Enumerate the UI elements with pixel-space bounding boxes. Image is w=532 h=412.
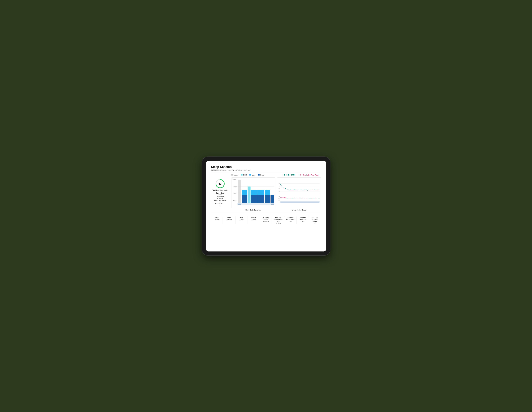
- stats-table: Deep 3h9min Light 3h10min REM 12min Awak…: [211, 214, 321, 226]
- pulse-legend-icon: [283, 174, 286, 176]
- legend-awake: Awake: [231, 174, 238, 176]
- legend-pulse-label: Pulse (BPM): [286, 174, 295, 176]
- svg-rect-17: [257, 195, 264, 204]
- sleep-legend: Awake REM Light Deep: [231, 174, 264, 176]
- vitals-legend: Pulse (BPM) Respiration Rate (Resp): [283, 174, 319, 176]
- svg-text:10: 10: [278, 199, 280, 200]
- stat-awake: Awake 32min: [248, 216, 260, 225]
- svg-text:30: 30: [278, 196, 280, 197]
- svg-rect-11: [242, 195, 247, 204]
- stat-snoring-count-value: 0: [310, 223, 320, 225]
- svg-rect-13: [247, 187, 250, 204]
- stat-snoring-count-label: Soringn EpisodeCount: [310, 216, 320, 222]
- out-of-bed-label: Out of Bed Count: [214, 199, 226, 201]
- svg-rect-14: [251, 195, 257, 204]
- charts-area: Awake- REM- Light- Deep-: [231, 178, 321, 211]
- legend-deep-label: Deep: [260, 174, 264, 176]
- rem-dot: [241, 174, 243, 176]
- stat-breathing: BreathingDisturbances Low: [285, 216, 297, 225]
- out-of-bed: Out of Bed Count 0: [214, 199, 226, 203]
- legend-pulse: Pulse (BPM): [283, 174, 295, 176]
- sleep-chart-box: Awake- REM- Light- Deep-: [231, 178, 276, 208]
- time-in-bed-label: Time in Bed: [216, 192, 224, 194]
- vitals-chart-container: 78 70 60 50 40 30 20 10: [277, 178, 321, 211]
- wake-up: Wake Up Count 0: [215, 203, 225, 206]
- sleep-yaxis: Awake- REM- Light- Deep-: [231, 178, 237, 208]
- yaxis-rem: REM-: [232, 186, 237, 187]
- svg-text:50: 50: [278, 191, 280, 192]
- svg-rect-22: [238, 203, 241, 205]
- stat-snoring-count: Soringn EpisodeCount 0: [309, 216, 321, 225]
- main-content: 83 Whithings Sleep Score Time in Bed 7h3…: [211, 178, 321, 211]
- stats-panel: 83 Whithings Sleep Score Time in Bed 7h3…: [211, 178, 229, 211]
- svg-text:78: 78: [278, 183, 280, 184]
- stat-resp-value: 20 Resp: [273, 223, 283, 225]
- svg-rect-19: [265, 190, 270, 195]
- stat-light-value: 3h10min: [224, 219, 234, 221]
- stat-rem: REM 12min: [236, 216, 248, 225]
- stat-rem-value: 12min: [237, 219, 247, 221]
- awake-dot: [231, 174, 233, 176]
- stat-pulse-value: 61 BPM: [261, 221, 271, 223]
- vitals-chart: 78 70 60 50 40 30 20 10: [277, 178, 321, 208]
- stat-snoring-dur: SoringnDuration 0min: [297, 216, 309, 225]
- svg-rect-20: [270, 195, 274, 204]
- stat-deep-value: 3h9min: [212, 219, 222, 221]
- legend-deep: Deep: [258, 174, 264, 176]
- sleep-chart-container: Awake- REM- Light- Deep-: [231, 178, 276, 211]
- stat-pulse-label: AgeragePulse: [261, 216, 271, 220]
- stat-snoring-dur-value: 0min: [298, 221, 308, 223]
- yaxis-light: Light-: [232, 193, 237, 194]
- vitals-chart-title: Vitals During Sleep: [277, 209, 321, 211]
- light-dot: [249, 174, 251, 176]
- page-header: Sleep Session 06/25/2024 [06/25/2024 11:…: [211, 165, 321, 171]
- stat-awake-label: Awake: [249, 216, 259, 218]
- resp-legend-icon: [299, 174, 302, 176]
- wake-up-label: Wake Up Count: [215, 203, 225, 205]
- total-sleep: Total Sleep 6h31min: [216, 196, 224, 199]
- svg-rect-23: [271, 203, 274, 205]
- deep-dot: [258, 174, 260, 176]
- time-in-bed-value: 7h3min: [216, 194, 224, 195]
- time-in-bed: Time in Bed 7h3min: [216, 192, 224, 195]
- svg-rect-18: [265, 195, 270, 204]
- svg-point-1: [284, 175, 285, 175]
- legend-light: Light: [249, 174, 255, 176]
- legend-resp: Respiration Rate (Resp): [299, 174, 319, 176]
- legend-awake-label: Awake: [234, 174, 238, 176]
- svg-rect-41: [280, 201, 319, 203]
- svg-text:70: 70: [278, 186, 280, 187]
- legend-rem: REM: [241, 174, 247, 176]
- footer-divider: [211, 227, 321, 227]
- svg-rect-21: [237, 203, 275, 205]
- svg-text:20: 20: [278, 198, 280, 199]
- tablet-frame: Sleep Session 06/25/2024 [06/25/2024 11:…: [202, 157, 330, 255]
- svg-point-3: [300, 175, 301, 175]
- legend-light-label: Light: [252, 174, 255, 176]
- total-sleep-label: Total Sleep: [216, 196, 224, 197]
- vitals-svg: 78 70 60 50 40 30 20 10: [277, 178, 321, 208]
- stat-breathing-value: Low: [285, 221, 295, 223]
- svg-text:60: 60: [278, 188, 280, 189]
- score-circle: 83: [215, 179, 225, 188]
- svg-rect-12: [242, 190, 247, 195]
- stat-deep: Deep 3h9min: [211, 216, 223, 225]
- stat-light: Light 3h10min: [223, 216, 236, 225]
- stat-breathing-label: BreathingDisturbances: [285, 216, 295, 220]
- stat-snoring-dur-label: SoringnDuration: [298, 216, 308, 220]
- total-sleep-value: 6h31min: [216, 197, 224, 199]
- page-title: Sleep Session: [211, 165, 321, 169]
- sleep-chart-content: [237, 178, 275, 208]
- legend-resp-label: Respiration Rate (Resp): [303, 174, 319, 176]
- vitals-chart-box: 78 70 60 50 40 30 20 10: [277, 178, 321, 208]
- score-label: Whithings Sleep Score: [212, 189, 228, 191]
- page-subtitle: 06/25/2024 [06/25/2024 11:39 PM - 06/25/…: [211, 169, 321, 171]
- stat-resp-label: AgerageRespirationRate: [273, 216, 283, 222]
- stat-awake-value: 32min: [249, 219, 259, 221]
- sleep-chart-title: Sleep State Durations: [231, 209, 276, 211]
- svg-rect-15: [251, 190, 257, 195]
- out-of-bed-value: 0: [214, 201, 226, 203]
- sleep-bars-svg: [237, 178, 275, 205]
- tablet-screen: Sleep Session 06/25/2024 [06/25/2024 11:…: [206, 161, 326, 252]
- legend-rem-label: REM: [243, 174, 247, 176]
